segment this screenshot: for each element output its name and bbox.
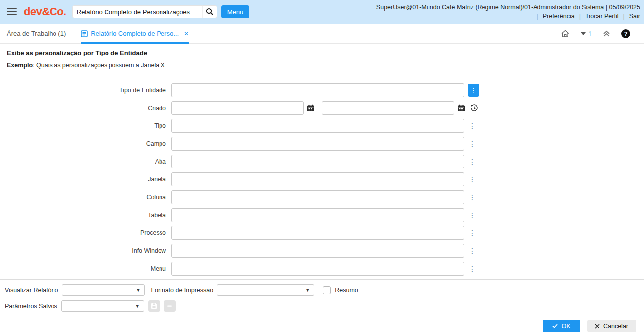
form-row: Campo⋮ xyxy=(7,137,637,151)
field-label-campo: Campo xyxy=(7,140,171,147)
process-description: Exibe as personalização por Tipo de Enti… xyxy=(7,49,637,56)
view-report-label: Visualizar Relatório xyxy=(5,287,58,294)
field-label-janela: Janela xyxy=(7,176,171,183)
field-label-tipo-de-entidade: Tipo de Entidade xyxy=(7,87,171,94)
lookup-more-icon[interactable]: ⋮ xyxy=(469,247,476,254)
form-row: Janela⋮ xyxy=(7,172,637,186)
processo-input[interactable] xyxy=(171,226,464,240)
change-role-link[interactable]: Trocar Perfil xyxy=(585,13,619,20)
summary-checkbox[interactable] xyxy=(323,286,331,294)
menu-button[interactable]: Menu xyxy=(221,5,250,18)
form-row: Menu⋮ xyxy=(7,262,637,276)
global-search-box xyxy=(72,5,217,18)
lookup-more-icon[interactable]: ⋮ xyxy=(469,122,476,129)
field-label-criado: Criado xyxy=(7,105,171,111)
menu-input[interactable] xyxy=(171,262,464,276)
lookup-more-icon[interactable]: ⋮ xyxy=(469,265,476,272)
print-format-dropdown[interactable]: ▼ xyxy=(217,284,314,296)
report-controls: Visualizar Relatório ▼ Formato de Impres… xyxy=(0,279,644,312)
field-label-aba: Aba xyxy=(7,158,171,165)
lookup-more-icon[interactable]: ⋮ xyxy=(469,212,476,219)
lookup-more-icon[interactable]: ⋮ xyxy=(469,158,476,165)
form-row: Info Window⋮ xyxy=(7,244,637,258)
saved-params-label: Parâmetros Salvos xyxy=(5,303,57,310)
view-report-dropdown[interactable]: ▼ xyxy=(62,284,145,296)
save-icon xyxy=(151,303,157,309)
delete-params-button[interactable] xyxy=(164,300,176,312)
cancel-button[interactable]: Cancelar xyxy=(587,320,636,332)
history-icon[interactable] xyxy=(470,104,478,112)
tab-workspace[interactable]: Área de Trabalho (1) xyxy=(7,24,66,44)
calendar-icon[interactable] xyxy=(307,104,315,112)
process-example: Exemplo: Quais as personalizações possue… xyxy=(7,62,637,69)
form-row: Tipo⋮ xyxy=(7,119,637,133)
form-row: Coluna⋮ xyxy=(7,190,637,204)
user-session-info: SuperUser@01-Mundo Café Matriz (Regime N… xyxy=(376,4,640,11)
janela-input[interactable] xyxy=(171,172,464,186)
field-label-menu: Menu xyxy=(7,265,171,272)
form-row: Tabela⋮ xyxy=(7,208,637,222)
campo-input[interactable] xyxy=(171,137,464,151)
caret-down-icon: ▼ xyxy=(131,304,144,309)
saved-params-dropdown[interactable]: ▼ xyxy=(61,300,144,312)
calendar-icon[interactable] xyxy=(457,104,465,112)
caret-down-icon xyxy=(581,32,586,35)
collapse-header-icon[interactable] xyxy=(603,30,610,37)
tab-bar: Área de Trabalho (1) Relatório Completo … xyxy=(0,24,644,44)
hamburger-menu-icon[interactable] xyxy=(7,8,17,16)
desktop-number: 1 xyxy=(588,30,592,38)
field-label-info-window: Info Window xyxy=(7,247,171,254)
header-bar: dev&Co. Menu SuperUser@01-Mundo Café Mat… xyxy=(0,0,644,24)
caret-down-icon: ▼ xyxy=(132,288,145,293)
tipo-input[interactable] xyxy=(171,119,464,133)
print-format-label: Formato de Impressão xyxy=(151,287,213,294)
close-tab-icon[interactable]: ✕ xyxy=(184,30,189,37)
info-window-input[interactable] xyxy=(171,244,464,258)
criado-date-to-input[interactable] xyxy=(322,101,454,115)
process-dialog: Exibe as personalização por Tipo de Enti… xyxy=(0,49,644,276)
header-links: | Preferência | Trocar Perfil | Sair xyxy=(376,13,640,20)
logout-link[interactable]: Sair xyxy=(629,13,640,20)
field-label-tabela: Tabela xyxy=(7,212,171,219)
tabela-input[interactable] xyxy=(171,208,464,222)
lookup-more-icon[interactable]: ⋮ xyxy=(469,140,476,147)
lookup-more-icon[interactable]: ⋮ xyxy=(469,229,476,236)
aba-input[interactable] xyxy=(171,155,464,168)
save-params-button[interactable] xyxy=(148,300,160,312)
form-row: Aba⋮ xyxy=(7,155,637,168)
tab-label: Relatório Completo de Perso... xyxy=(91,30,179,37)
field-label-processo: Processo xyxy=(7,229,171,236)
field-label-tipo: Tipo xyxy=(7,122,171,129)
search-icon[interactable] xyxy=(202,6,217,18)
ok-button[interactable]: OK xyxy=(543,320,580,332)
home-icon[interactable] xyxy=(561,29,570,38)
check-icon xyxy=(552,324,558,328)
lookup-more-icon[interactable]: ⋮ xyxy=(469,176,476,183)
report-icon xyxy=(81,30,88,37)
caret-down-icon: ▼ xyxy=(301,288,314,293)
help-icon[interactable]: ? xyxy=(621,29,630,38)
lookup-more-icon[interactable]: ⋮ xyxy=(469,194,476,201)
form-row: Criado xyxy=(7,101,637,115)
form-row: Tipo de Entidade⋮ xyxy=(7,83,637,97)
desktop-selector[interactable]: 1 xyxy=(581,30,592,38)
coluna-input[interactable] xyxy=(171,190,464,204)
form-row: Processo⋮ xyxy=(7,226,637,240)
criado-date-from-input[interactable] xyxy=(171,101,304,115)
parameter-form: Tipo de Entidade⋮CriadoTipo⋮Campo⋮Aba⋮Ja… xyxy=(7,83,637,276)
app-logo: dev&Co. xyxy=(24,5,66,18)
summary-label: Resumo xyxy=(335,287,358,294)
action-bar: OK Cancelar xyxy=(0,316,644,332)
preferences-link[interactable]: Preferência xyxy=(543,13,575,20)
field-label-coluna: Coluna xyxy=(7,194,171,201)
lookup-more-icon[interactable]: ⋮ xyxy=(468,84,479,97)
tab-report-personalizations[interactable]: Relatório Completo de Perso... ✕ xyxy=(81,24,189,44)
tipo-de-entidade-input[interactable] xyxy=(171,83,464,97)
minus-icon xyxy=(167,303,172,309)
search-input[interactable] xyxy=(73,8,202,16)
x-icon xyxy=(595,324,600,329)
